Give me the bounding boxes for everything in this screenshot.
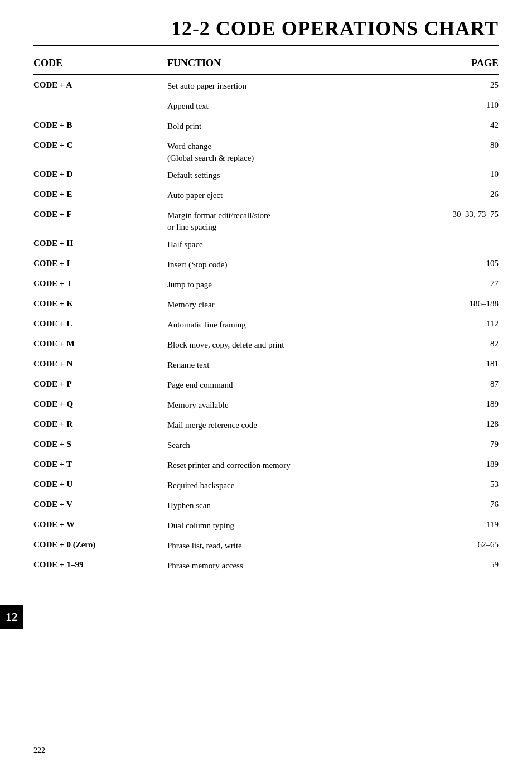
table-row: CODE + SSearch79 [33, 436, 499, 456]
table-row: CODE + FMargin format edit/recall/storeo… [33, 206, 499, 235]
page-ref-cell: 30–33, 73–75 [426, 209, 499, 219]
table-row: Append text110 [33, 97, 499, 117]
column-header-page: PAGE [426, 57, 499, 69]
code-cell: CODE + W [33, 519, 167, 529]
function-cell: Search [167, 438, 426, 451]
page-ref-cell: 53 [426, 479, 499, 489]
table-row: CODE + HHalf space [33, 235, 499, 255]
page-ref-cell: 77 [426, 278, 499, 288]
table-row: CODE + EAuto paper eject26 [33, 186, 499, 206]
page-ref-cell: 110 [426, 99, 499, 110]
code-cell [33, 99, 167, 100]
table-row: CODE + RMail merge reference code128 [33, 416, 499, 436]
page-ref-cell: 26 [426, 189, 499, 199]
table-header: CODE FUNCTION PAGE [33, 57, 499, 75]
code-cell: CODE + H [33, 238, 167, 248]
table-row: CODE + BBold print42 [33, 117, 499, 137]
code-cell: CODE + M [33, 338, 167, 349]
code-cell: CODE + R [33, 418, 167, 429]
function-cell: Set auto paper insertion [167, 79, 426, 92]
page-ref-cell: 105 [426, 258, 499, 268]
page-ref-cell: 112 [426, 318, 499, 329]
function-cell: Bold print [167, 119, 426, 132]
page-ref-cell [426, 238, 499, 239]
page: 12-2 CODE OPERATIONS CHART CODE FUNCTION… [0, 0, 532, 772]
table-row: CODE + MBlock move, copy, delete and pri… [33, 336, 499, 356]
table-row: CODE + PPage end command87 [33, 376, 499, 396]
table-row: CODE + JJump to page77 [33, 276, 499, 296]
page-ref-cell: 80 [426, 139, 499, 150]
table-row: CODE + QMemory available189 [33, 396, 499, 416]
page-ref-cell: 186–188 [426, 298, 499, 308]
function-cell: Rename text [167, 358, 426, 371]
table-row: CODE + KMemory clear186–188 [33, 296, 499, 316]
function-cell: Auto paper eject [167, 189, 426, 201]
table-row: CODE + ASet auto paper insertion25 [33, 77, 499, 97]
page-ref-cell: 189 [426, 398, 499, 409]
function-cell: Word change(Global search & replace) [167, 139, 426, 164]
function-cell: Default settings [167, 168, 426, 181]
table-row: CODE + VHyphen scan76 [33, 496, 499, 517]
code-cell: CODE + C [33, 139, 167, 150]
function-cell: Phrase list, read, write [167, 539, 426, 552]
column-header-code: CODE [33, 57, 167, 69]
page-ref-cell: 128 [426, 418, 499, 429]
page-ref-cell: 79 [426, 438, 499, 449]
function-cell: Jump to page [167, 278, 426, 291]
table-row: CODE + 1–99Phrase memory access59 [33, 557, 499, 577]
table-row: CODE + DDefault settings10 [33, 166, 499, 186]
function-cell: Phrase memory access [167, 559, 426, 572]
page-ref-cell: 42 [426, 119, 499, 130]
function-cell: Block move, copy, delete and print [167, 338, 426, 351]
function-cell: Automatic line framing [167, 318, 426, 331]
function-cell: Page end command [167, 378, 426, 391]
function-cell: Memory clear [167, 298, 426, 311]
chapter-badge: 12 [0, 605, 23, 629]
title-section: 12-2 CODE OPERATIONS CHART [33, 17, 499, 46]
table-row: CODE + URequired backspace53 [33, 476, 499, 496]
function-cell: Required backspace [167, 479, 426, 491]
function-cell: Memory available [167, 398, 426, 411]
page-ref-cell: 87 [426, 378, 499, 389]
code-cell: CODE + B [33, 119, 167, 130]
table-row: CODE + LAutomatic line framing112 [33, 316, 499, 336]
code-cell: CODE + Q [33, 398, 167, 409]
code-cell: CODE + 1–99 [33, 559, 167, 570]
function-cell: Half space [167, 238, 426, 250]
page-ref-cell: 119 [426, 519, 499, 529]
code-cell: CODE + D [33, 168, 167, 179]
function-cell: Dual column typing [167, 519, 426, 532]
code-cell: CODE + S [33, 438, 167, 449]
table-body: CODE + ASet auto paper insertion25Append… [33, 77, 499, 577]
page-title: 12-2 CODE OPERATIONS CHART [171, 17, 499, 40]
function-cell: Reset printer and correction memory [167, 459, 426, 471]
code-cell: CODE + E [33, 189, 167, 199]
code-cell: CODE + A [33, 79, 167, 90]
function-cell: Mail merge reference code [167, 418, 426, 431]
code-cell: CODE + U [33, 479, 167, 489]
column-header-function: FUNCTION [167, 57, 426, 69]
code-cell: CODE + 0 (Zero) [33, 539, 167, 549]
page-ref-cell: 76 [426, 499, 499, 509]
code-cell: CODE + P [33, 378, 167, 389]
page-ref-cell: 82 [426, 338, 499, 349]
table-row: CODE + 0 (Zero)Phrase list, read, write6… [33, 537, 499, 557]
code-cell: CODE + N [33, 358, 167, 369]
page-ref-cell: 62–65 [426, 539, 499, 549]
function-cell: Append text [167, 99, 426, 112]
page-ref-cell: 10 [426, 168, 499, 179]
function-cell: Margin format edit/recall/storeor line s… [167, 209, 426, 233]
page-ref-cell: 59 [426, 559, 499, 570]
page-ref-cell: 181 [426, 358, 499, 369]
table-row: CODE + NRename text181 [33, 356, 499, 376]
table-row: CODE + IInsert (Stop code)105 [33, 255, 499, 276]
function-cell: Insert (Stop code) [167, 258, 426, 271]
function-cell: Hyphen scan [167, 499, 426, 512]
code-cell: CODE + F [33, 209, 167, 219]
page-ref-cell: 189 [426, 459, 499, 469]
code-cell: CODE + I [33, 258, 167, 268]
code-cell: CODE + K [33, 298, 167, 308]
code-cell: CODE + T [33, 459, 167, 469]
table-row: CODE + TReset printer and correction mem… [33, 456, 499, 476]
code-cell: CODE + V [33, 499, 167, 509]
